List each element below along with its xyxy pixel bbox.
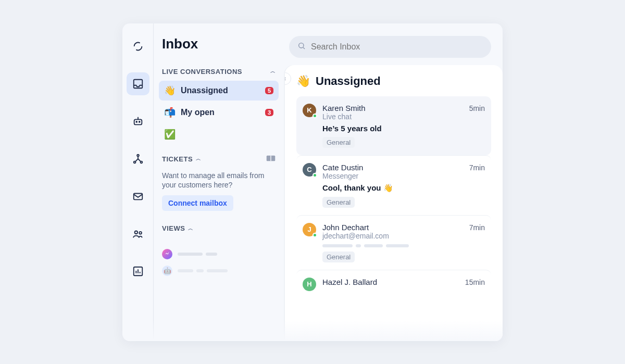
contact-name: Cate Dustin	[322, 163, 363, 172]
nav-rail	[122, 23, 154, 341]
check-icon: ✅	[164, 129, 176, 140]
svg-point-5	[134, 161, 136, 163]
logo-icon[interactable]	[127, 35, 149, 58]
timestamp: 7min	[469, 164, 485, 172]
sidebar-item-unassigned[interactable]: 👋 Unassigned 5	[159, 81, 279, 101]
svg-point-6	[141, 161, 143, 163]
tickets-header[interactable]: TICKETS ︿	[159, 155, 279, 164]
channel-label: Live chat	[322, 112, 485, 121]
conversation-item[interactable]: K Karen Smith 5min Live chat He’s 5 year…	[296, 96, 491, 155]
timestamp: 15min	[465, 278, 485, 286]
conversation-panel: ‹ 👋 Unassigned K Karen Smith 5min Live c…	[283, 23, 503, 341]
avatar: J	[303, 223, 316, 236]
svg-rect-12	[270, 155, 271, 161]
svg-point-2	[136, 121, 137, 122]
inbox-sidebar: Inbox LIVE CONVERSATIONS ︿ 👋 Unassigned …	[154, 23, 283, 341]
conversation-list: ‹ 👋 Unassigned K Karen Smith 5min Live c…	[285, 65, 503, 341]
section-label: TICKETS	[162, 155, 193, 163]
timestamp: 7min	[469, 223, 485, 232]
section-label: VIEWS	[162, 224, 185, 232]
section-label: LIVE CONVERSATIONS	[162, 68, 242, 76]
contact-name: John Dechart	[322, 223, 369, 232]
contact-name: Karen Smith	[322, 104, 366, 112]
wave-icon: 👋	[296, 74, 310, 88]
sidebar-item-done[interactable]: ✅	[159, 124, 279, 144]
placeholder	[178, 253, 217, 256]
conversation-item[interactable]: J John Dechart 7min jdechart@email.com G…	[296, 215, 491, 270]
bot-small-icon: 🤖	[162, 266, 172, 276]
svg-point-8	[135, 231, 138, 234]
wave-icon: 👋	[164, 85, 176, 96]
svg-point-4	[137, 154, 139, 156]
mailbox-icon: 📬	[164, 107, 176, 118]
conversation-item[interactable]: H Hazel J. Ballard 15min	[296, 270, 491, 298]
channel-label: Messenger	[322, 172, 485, 180]
avatar: H	[303, 278, 316, 291]
presence-dot	[312, 173, 317, 178]
flows-nav[interactable]	[127, 147, 149, 170]
bot-nav[interactable]	[127, 110, 149, 133]
list-title-text: Unassigned	[316, 74, 381, 88]
live-conversations-header[interactable]: LIVE CONVERSATIONS ︿	[159, 68, 279, 76]
reports-nav[interactable]	[127, 260, 149, 283]
conversation-item[interactable]: C Cate Dustin 7min Messenger Cool, thank…	[296, 155, 491, 215]
count-badge: 3	[265, 109, 273, 116]
presence-dot	[312, 233, 317, 237]
svg-rect-1	[134, 119, 142, 124]
message-preview: Cool, thank you 👋	[322, 183, 485, 193]
ticket-icon[interactable]	[266, 155, 276, 164]
app-window: Inbox LIVE CONVERSATIONS ︿ 👋 Unassigned …	[122, 23, 503, 341]
timestamp: 5min	[469, 104, 485, 112]
tickets-empty-message: Want to manage all emails from your cust…	[159, 168, 279, 196]
tag: General	[322, 197, 355, 208]
message-preview: He’s 5 years old	[322, 124, 485, 133]
svg-point-9	[139, 231, 142, 234]
avatar: K	[303, 104, 316, 117]
chevron-up-icon: ︿	[188, 225, 194, 232]
svg-point-3	[139, 121, 140, 122]
tag: General	[322, 252, 355, 262]
presence-dot	[312, 114, 317, 118]
redacted-preview	[322, 244, 485, 247]
chevron-up-icon: ︿	[270, 68, 276, 75]
view-item-bot[interactable]: 🤖	[159, 262, 279, 279]
connect-mailbox-button[interactable]: Connect mailbox	[162, 195, 233, 211]
list-title: 👋 Unassigned	[296, 74, 491, 88]
contact-name: Hazel J. Ballard	[322, 278, 377, 286]
contacts-nav[interactable]	[127, 222, 149, 245]
mail-nav[interactable]	[127, 185, 149, 208]
views-header[interactable]: VIEWS ︿	[159, 224, 279, 232]
sidebar-item-label: My open	[181, 108, 215, 117]
search-input[interactable]	[289, 36, 491, 58]
inbox-nav[interactable]	[127, 72, 149, 95]
view-item-messenger[interactable]	[159, 246, 279, 262]
svg-point-13	[299, 43, 304, 47]
page-title: Inbox	[162, 36, 279, 52]
sidebar-item-label: Unassigned	[181, 86, 228, 95]
placeholder	[178, 269, 228, 272]
avatar: C	[303, 163, 316, 177]
svg-rect-7	[134, 193, 143, 199]
sidebar-item-my-open[interactable]: 📬 My open 3	[159, 103, 279, 122]
chevron-up-icon: ︿	[196, 155, 202, 162]
search-field[interactable]	[311, 42, 483, 52]
tag: General	[322, 137, 355, 148]
channel-label: jdechart@email.com	[322, 232, 485, 240]
messenger-icon	[162, 249, 172, 259]
collapse-sidebar-button[interactable]: ‹	[285, 72, 291, 85]
count-badge: 5	[265, 87, 273, 94]
search-icon	[297, 42, 306, 52]
